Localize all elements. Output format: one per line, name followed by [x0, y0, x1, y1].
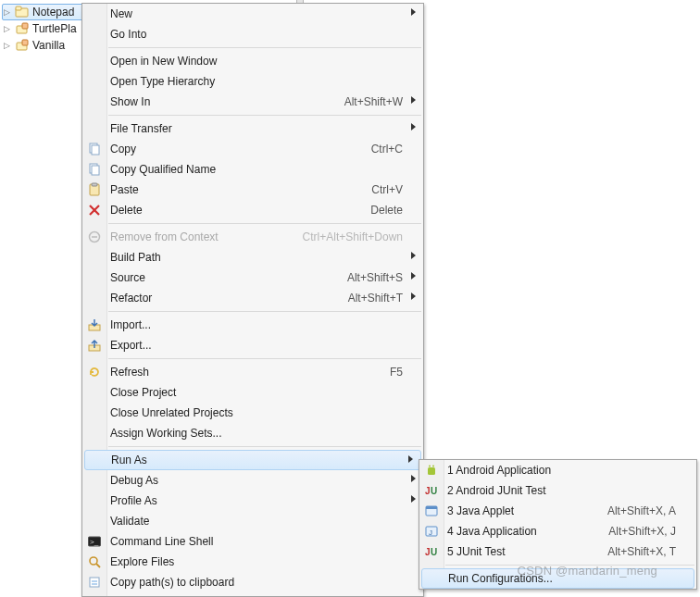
menu-item-label: 4 Java Application [447, 525, 599, 538]
menu-item-shortcut: Ctrl+Alt+Shift+Down [294, 230, 403, 243]
svg-text:U: U [431, 547, 437, 557]
menu-item[interactable]: Close Unrelated Projects [82, 403, 423, 423]
menu-item-label: Remove from Context [110, 230, 294, 243]
menu-item[interactable]: Run As [84, 450, 421, 470]
menu-item[interactable]: Debug As [82, 470, 423, 491]
menu-item[interactable]: Build Path [82, 247, 423, 267]
submenu-arrow-icon [411, 123, 416, 131]
copy-path-icon [87, 575, 102, 590]
copy-qname-icon [87, 162, 102, 177]
delete-icon [87, 203, 102, 218]
submenu-arrow-icon [411, 252, 416, 259]
menu-item[interactable]: Explore Files [82, 552, 423, 572]
menu-item-label: Command Line Shell [110, 535, 403, 548]
menu-item[interactable]: J4 Java ApplicationAlt+Shift+X, J [419, 521, 696, 541]
junit-icon: JU [424, 544, 439, 559]
paste-icon [87, 182, 102, 197]
menu-item[interactable]: New [82, 4, 423, 24]
menu-item[interactable]: Remove from ContextCtrl+Alt+Shift+Down [82, 227, 423, 247]
svg-rect-11 [92, 183, 97, 186]
menu-item[interactable]: Copy Qualified Name [82, 159, 423, 180]
menu-item[interactable]: Copy path(s) to clipboard [82, 572, 423, 592]
menu-item-label: Run As [111, 454, 402, 466]
svg-rect-7 [92, 145, 99, 155]
copy-icon [87, 142, 102, 156]
import-icon [87, 317, 102, 332]
menu-item[interactable]: Open in New Window [82, 51, 423, 71]
tree-item[interactable]: ▷ TurtlePla [2, 20, 85, 37]
menu-item-shortcut: Ctrl+C [362, 143, 403, 155]
svg-text:J: J [429, 529, 432, 537]
menu-item-label: Build Path [110, 251, 403, 264]
svg-text:J: J [425, 486, 431, 496]
refresh-icon [87, 365, 102, 379]
menu-item-label: Run Configurations... [448, 572, 675, 585]
menu-item-label: 5 JUnit Test [447, 545, 598, 558]
menu-item-shortcut: Alt+Shift+T [339, 292, 403, 305]
svg-point-25 [432, 466, 434, 467]
menu-item-label: 1 Android Application [447, 464, 676, 477]
menu-item-label: Explore Files [110, 555, 403, 568]
menu-item-label: Show In [110, 95, 335, 108]
menu-item-label: Export... [110, 339, 403, 352]
tree-item-label: Vanilla [31, 39, 65, 52]
menu-item[interactable]: Close Project [82, 382, 423, 403]
menu-item-label: Paste [110, 183, 362, 196]
menu-item[interactable]: Import... [82, 315, 423, 335]
menu-item[interactable]: RefreshF5 [82, 362, 423, 382]
tree-item-label: Notepad [31, 6, 74, 19]
expand-icon[interactable]: ▷ [4, 24, 13, 33]
menu-item[interactable]: File Transfer [82, 118, 423, 139]
expand-icon[interactable]: ▷ [4, 41, 13, 50]
menu-item-label: Validate [110, 515, 403, 528]
svg-rect-23 [428, 467, 435, 475]
menu-item[interactable]: >_Command Line Shell [82, 531, 423, 552]
menu-item-shortcut: Alt+Shift+X, J [599, 525, 676, 538]
menu-item[interactable]: 3 Java AppletAlt+Shift+X, A [419, 501, 696, 521]
applet-icon [424, 504, 439, 518]
expand-icon[interactable]: ▷ [4, 7, 13, 17]
menu-item[interactable]: Show InAlt+Shift+W [82, 92, 423, 112]
menu-item[interactable]: Export... [82, 335, 423, 355]
svg-line-21 [96, 564, 100, 567]
menu-item[interactable]: RefactorAlt+Shift+T [82, 288, 423, 308]
menu-separator [108, 311, 421, 312]
remove-context-icon [87, 230, 102, 244]
menu-item[interactable]: SourceAlt+Shift+S [82, 267, 423, 288]
menu-item-shortcut: Delete [361, 204, 403, 217]
explore-icon [87, 554, 102, 569]
menu-item[interactable]: 1 Android Application [419, 460, 696, 480]
menu-item-label: Import... [110, 318, 403, 331]
svg-text:>_: >_ [90, 538, 99, 546]
menu-item[interactable]: Run Configurations... [421, 568, 694, 589]
menu-item[interactable]: Go Into [82, 24, 423, 44]
menu-item[interactable]: JU5 JUnit TestAlt+Shift+X, T [419, 541, 696, 562]
java-app-icon: J [424, 524, 439, 539]
submenu-arrow-icon [411, 272, 416, 280]
menu-item[interactable]: Validate [82, 511, 423, 531]
menu-item[interactable]: Assign Working Sets... [82, 423, 423, 443]
menu-item[interactable]: Open Type Hierarchy [82, 71, 423, 92]
menu-item-label: File Transfer [110, 122, 403, 135]
tree-item[interactable]: ▷ Vanilla [2, 37, 85, 54]
tree-item[interactable]: ▷ Notepad [2, 4, 85, 20]
menu-item[interactable]: DeleteDelete [82, 200, 423, 220]
project-explorer: ▷ Notepad ▷ TurtlePla ▷ Vanilla [2, 4, 85, 54]
menu-item-label: Close Project [110, 386, 403, 399]
menu-item-label: Delete [110, 204, 361, 217]
menu-item-shortcut: F5 [381, 366, 403, 379]
junit-icon: JU [424, 483, 439, 498]
menu-separator [108, 47, 421, 48]
menu-item[interactable]: Profile As [82, 491, 423, 511]
menu-item[interactable]: PasteCtrl+V [82, 180, 423, 200]
menu-item-label: Go Into [110, 28, 403, 41]
submenu-arrow-icon [411, 96, 416, 104]
menu-item-label: Copy path(s) to clipboard [110, 576, 403, 589]
menu-item[interactable]: CopyCtrl+C [82, 139, 423, 159]
menu-item-label: Profile As [110, 494, 403, 507]
menu-item[interactable]: JU2 Android JUnit Test [419, 480, 696, 501]
menu-separator [108, 358, 421, 359]
submenu-arrow-icon [411, 292, 416, 300]
menu-item-label: Close Unrelated Projects [110, 406, 403, 419]
menu-item-label: New [110, 7, 403, 20]
